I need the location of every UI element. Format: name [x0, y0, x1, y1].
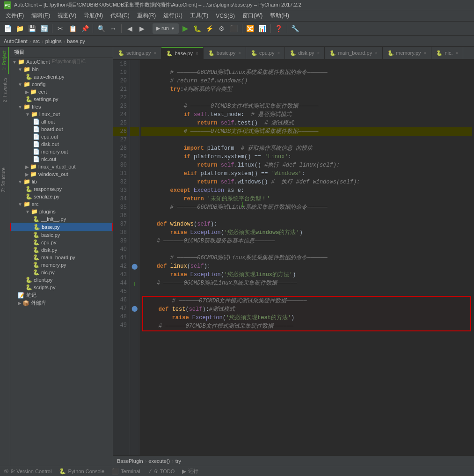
- tree-lib[interactable]: ▼ 📁 lib: [10, 178, 113, 185]
- tab-nic-close[interactable]: ×: [456, 51, 459, 56]
- toolbar-back[interactable]: ◀: [124, 23, 135, 34]
- menu-tools[interactable]: 工具(T): [186, 11, 212, 21]
- tree-cert[interactable]: ▶ 📁 cert: [10, 88, 113, 95]
- status-run[interactable]: ▶ 运行: [182, 468, 198, 475]
- tab-mainboard-close[interactable]: ×: [375, 51, 378, 56]
- title-bar: PC AutoClient – [E:\python项目\CMDB\BK\05C…: [0, 0, 474, 10]
- status-todo[interactable]: ✓ 6: TODO: [148, 468, 175, 475]
- tab-diskpy[interactable]: 🐍 disk.py ×: [285, 47, 325, 59]
- tree-windows-out[interactable]: ▶ 📁 windows_out: [10, 170, 113, 178]
- tree-memory-out[interactable]: 📄 memory.out: [10, 148, 113, 155]
- tree-config[interactable]: ▼ 📁 config: [10, 81, 113, 88]
- tab-basicpy[interactable]: 🐍 basic.py ×: [204, 47, 246, 59]
- tab-cpu-close[interactable]: ×: [277, 51, 280, 56]
- menu-navigate[interactable]: 导航(N): [80, 11, 107, 21]
- run-config-button[interactable]: ▶ run ▼: [153, 23, 179, 34]
- menu-edit[interactable]: 编辑(E): [28, 11, 54, 21]
- status-vcs[interactable]: ⑨ 9: Version Control: [4, 468, 51, 475]
- tab-basepy[interactable]: 🐍 base.py ×: [161, 47, 203, 59]
- tree-init[interactable]: 🐍 __init__.py: [10, 215, 113, 223]
- cb-try[interactable]: try: [175, 458, 181, 464]
- tree-disk-out[interactable]: 📄 disk.out: [10, 140, 113, 148]
- tab-basic-close[interactable]: ×: [238, 51, 241, 56]
- tree-notes[interactable]: 📝 笔记: [10, 291, 113, 299]
- cb-baseplugin[interactable]: BasePlugin: [117, 458, 143, 464]
- tree-linux-out[interactable]: ▼ 📁 linux_out: [10, 110, 113, 118]
- tab-nicpy[interactable]: 🐍 nic. ×: [431, 47, 463, 59]
- tree-diskpy[interactable]: 🐍 disk.py: [10, 246, 113, 254]
- tree-settings[interactable]: 🐍 settings.py: [10, 95, 113, 103]
- breadcrumb-plugins[interactable]: plugins: [45, 38, 62, 44]
- menu-code[interactable]: 代码(C): [107, 11, 133, 21]
- n25b: .test(): [234, 119, 264, 127]
- menu-refactor[interactable]: 重构(R): [133, 11, 160, 21]
- tree-linux-virtual[interactable]: ▶ 📁 linux_virtual_out: [10, 163, 113, 170]
- toolbar-sync[interactable]: 🔄: [38, 23, 50, 34]
- tree-response-label: response.py: [34, 186, 62, 192]
- menu-help[interactable]: 帮助(H): [266, 11, 293, 21]
- breadcrumb-src[interactable]: src: [33, 38, 40, 44]
- tree-bin[interactable]: ▼ 📁 bin: [10, 66, 113, 73]
- code-text[interactable]: # ——————06CMDB测试Linux系统采集硬件数据的命令—————— #…: [139, 60, 474, 455]
- tree-cpupy[interactable]: 🐍 cpu.py: [10, 239, 113, 246]
- menu-run[interactable]: 运行(U): [160, 11, 186, 21]
- toolbar-run3[interactable]: ⚙: [216, 23, 227, 34]
- toolbar-copy[interactable]: 📋: [67, 23, 78, 34]
- tab-memorypy[interactable]: 🐍 memory.py ×: [383, 47, 431, 59]
- status-python-console[interactable]: 🐍 Python Console: [59, 468, 104, 475]
- toolbar-stop[interactable]: ⬛: [228, 23, 240, 34]
- tree-external-libs[interactable]: ▶ 📦 外部库: [10, 299, 113, 307]
- toolbar-open[interactable]: 📁: [14, 23, 25, 34]
- toolbar-save[interactable]: 💾: [26, 23, 37, 34]
- toolbar-cut[interactable]: ✂: [55, 23, 66, 34]
- cb-execute[interactable]: execute(): [148, 458, 170, 464]
- toolbar-vcs[interactable]: 🔀: [245, 23, 256, 34]
- tree-board-out[interactable]: 📄 board.out: [10, 125, 113, 133]
- toolbar-debug[interactable]: 🐛: [192, 23, 203, 34]
- toolbar-paste[interactable]: 📌: [79, 23, 90, 34]
- tab-mainboard[interactable]: 🐍 main_board.py ×: [325, 47, 383, 59]
- tree-basicpy[interactable]: 🐍 basic.py: [10, 231, 113, 239]
- tree-cpu-out[interactable]: 📄 cpu.out: [10, 133, 113, 140]
- tree-autoclient[interactable]: 🐍 auto-client.py: [10, 73, 113, 81]
- tree-memorypy[interactable]: 🐍 memory.py: [10, 261, 113, 269]
- panel-favorites[interactable]: 2: Favorites: [1, 74, 8, 106]
- menu-window[interactable]: 窗口(W): [239, 11, 266, 21]
- tab-disk-close[interactable]: ×: [317, 51, 320, 56]
- tab-memory-close[interactable]: ×: [424, 51, 427, 56]
- panel-structure[interactable]: Z: Structure: [0, 164, 7, 196]
- tree-all-out[interactable]: 📄 all.out: [10, 118, 113, 125]
- toolbar-replace[interactable]: ↔: [108, 23, 119, 34]
- toolbar-forward[interactable]: ▶: [136, 23, 147, 34]
- toolbar-new[interactable]: 📄: [2, 23, 13, 34]
- breadcrumb-autoclient[interactable]: AutoClient: [4, 38, 28, 44]
- tree-response[interactable]: 🐍 response.py: [10, 185, 113, 193]
- tree-clientpy[interactable]: 🐍 client.py: [10, 276, 113, 284]
- tree-files[interactable]: ▼ 📁 files: [10, 103, 113, 110]
- tree-mainboard[interactable]: 🐍 main_board.py: [10, 254, 113, 261]
- toolbar-run[interactable]: ▶: [180, 23, 191, 34]
- menu-file[interactable]: 文件(F): [2, 11, 28, 21]
- tree-nicpy[interactable]: 🐍 nic.py: [10, 269, 113, 276]
- tab-base-close[interactable]: ×: [196, 51, 198, 56]
- tree-src[interactable]: ▼ 📁 src: [10, 200, 113, 208]
- tree-root[interactable]: ▼ 📁 AutoClient E:\python项目\C: [10, 58, 113, 66]
- toolbar-run2[interactable]: ⚡: [204, 23, 215, 34]
- toolbar-vcs2[interactable]: 📊: [257, 23, 268, 34]
- panel-project[interactable]: 1: Project: [1, 47, 9, 74]
- tab-cpupy[interactable]: 🐍 cpu.py ×: [246, 47, 285, 59]
- breadcrumb-basepy[interactable]: base.py: [67, 38, 85, 44]
- toolbar-find[interactable]: 🔍: [95, 23, 107, 34]
- toolbar-help[interactable]: ❓: [273, 23, 284, 34]
- tree-basepy[interactable]: 🐍 base.py: [10, 223, 113, 231]
- tree-scriptspy[interactable]: 🐍 scripts.py: [10, 284, 113, 291]
- tree-plugins[interactable]: ▼ 📁 plugins: [10, 208, 113, 215]
- menu-view[interactable]: 视图(V): [54, 11, 80, 21]
- tab-settings[interactable]: 🐍 settings.py ×: [113, 47, 161, 59]
- tree-nic-out[interactable]: 📄 nic.out: [10, 155, 113, 163]
- toolbar-settings[interactable]: 🔧: [290, 23, 301, 34]
- menu-vcs[interactable]: VCS(S): [212, 12, 239, 20]
- tab-settings-close[interactable]: ×: [154, 51, 157, 56]
- status-terminal[interactable]: ⬛ Terminal: [112, 468, 140, 475]
- tree-serialize[interactable]: 🐍 serialize.py: [10, 193, 113, 200]
